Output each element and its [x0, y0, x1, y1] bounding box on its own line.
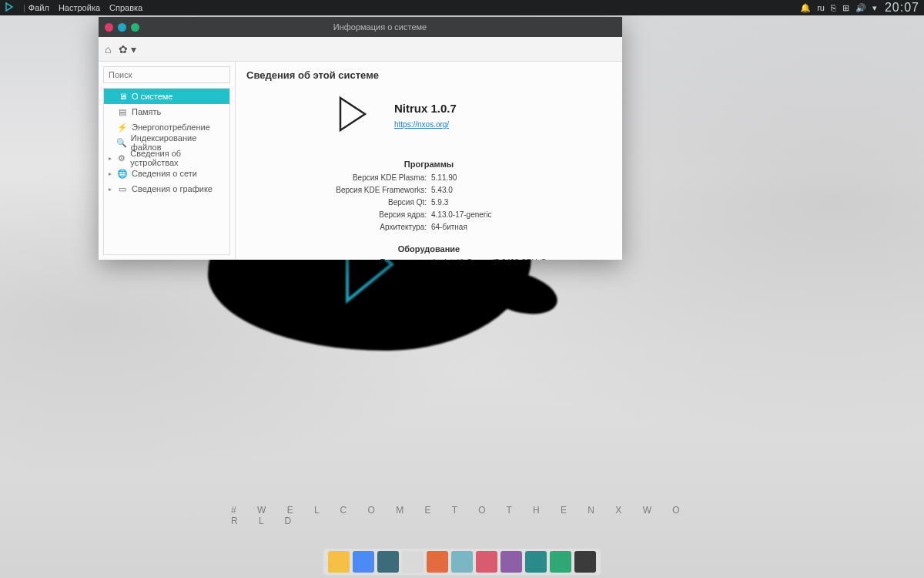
dock-item-chromium[interactable] — [353, 551, 374, 573]
monitor-icon: 🖥 — [116, 92, 129, 101]
content-heading: Сведения об этой системе — [246, 69, 611, 81]
window-close-button[interactable] — [105, 23, 113, 32]
sidebar-item-battery[interactable]: ⚡Энергопотребление — [104, 119, 229, 135]
battery-icon: ⚡ — [116, 123, 129, 133]
sidebar-item-label: Сведения об устройствах — [130, 149, 225, 167]
info-key: Архитектура: — [296, 221, 427, 234]
sidebar-item-label: Сведения о сети — [132, 169, 197, 178]
display-icon: ▭ — [116, 184, 129, 194]
tray-expand-icon[interactable]: ▾ — [872, 3, 877, 13]
separator: | — [23, 3, 25, 12]
network-icon: 🌐 — [116, 169, 129, 179]
os-name: Nitrux 1.0.7 — [394, 102, 457, 115]
sidebar-item-label: Энергопотребление — [132, 123, 210, 132]
desktop: | Файл Настройка Справка 🔔 ru ⎘ ⊞ 🔊 ▾ 20… — [0, 0, 924, 578]
dock-item-files[interactable] — [328, 551, 350, 573]
menu-file[interactable]: Файл — [28, 3, 49, 12]
info-value: 4.13.0-17-generic — [431, 209, 562, 221]
sidebar-item-label: Память — [132, 107, 161, 116]
toolbar-config-icon[interactable]: ✿ ▾ — [119, 43, 136, 55]
sidebar-item-monitor[interactable]: 🖥О системе — [104, 89, 229, 104]
content-pane: Сведения об этой системе Nitrux 1.0.7 ht… — [236, 62, 622, 260]
search-container — [103, 66, 230, 83]
wallpaper-tagline: # W E L C O M E T O T H E N X W O R L D — [231, 505, 693, 526]
os-url-link[interactable]: https://nxos.org/ — [394, 120, 449, 129]
dock-item-video[interactable] — [574, 551, 596, 573]
window-title: Информация о системе — [144, 22, 616, 32]
index-icon: 🔍 — [116, 138, 128, 148]
info-value: 5.43.0 — [431, 184, 562, 197]
info-key: Версия KDE Frameworks: — [296, 184, 427, 197]
sidebar-list: 🖥О системе▤Память⚡Энергопотребление🔍Инде… — [103, 88, 230, 255]
info-row: Версия Qt:5.9.3 — [246, 197, 611, 209]
info-value: 4 × Intel® Core™ i5-2400 CPU @ 3.10ГГц — [431, 257, 562, 260]
toolbar: ⌂ ✿ ▾ — [99, 37, 622, 62]
hardware-heading: Оборудование — [246, 244, 611, 254]
sidebar-item-device[interactable]: ▸⚙Сведения об устройствах — [104, 150, 229, 166]
sidebar-item-label: О системе — [132, 92, 172, 101]
memory-icon: ▤ — [116, 107, 129, 117]
clipboard-icon[interactable]: ⎘ — [831, 3, 836, 12]
sidebar-item-display[interactable]: ▸▭Сведения о графике — [104, 181, 229, 197]
os-logo-icon — [331, 93, 373, 138]
info-value: 5.11.90 — [431, 172, 562, 184]
dock — [323, 549, 601, 575]
top-panel: | Файл Настройка Справка 🔔 ru ⎘ ⊞ 🔊 ▾ 20… — [0, 0, 924, 15]
menu-help[interactable]: Справка — [109, 3, 142, 12]
chevron-right-icon: ▸ — [109, 170, 116, 177]
sidebar-item-memory[interactable]: ▤Память — [104, 104, 229, 119]
info-row: Процессоры:4 × Intel® Core™ i5-2400 CPU … — [246, 257, 611, 260]
dock-item-text[interactable] — [550, 551, 571, 573]
network-icon[interactable]: ⊞ — [842, 3, 849, 13]
info-row: Версия KDE Frameworks:5.43.0 — [246, 184, 611, 197]
info-key: Процессоры: — [296, 257, 427, 260]
info-row: Версия ядра:4.13.0-17-generic — [246, 209, 611, 221]
keyboard-layout[interactable]: ru — [817, 3, 825, 12]
programs-heading: Программы — [246, 160, 611, 169]
search-input[interactable] — [104, 67, 229, 82]
dock-item-terminal[interactable] — [377, 551, 399, 573]
info-key: Версия Qt: — [296, 197, 427, 209]
sidebar-item-label: Сведения о графике — [132, 184, 213, 193]
info-key: Версия KDE Plasma: — [296, 172, 427, 184]
device-icon: ⚙ — [116, 153, 127, 163]
dock-item-settings[interactable] — [525, 551, 547, 573]
toolbar-home-icon[interactable]: ⌂ — [105, 43, 111, 55]
clock[interactable]: 20:07 — [885, 1, 919, 15]
menu-settings[interactable]: Настройка — [59, 3, 100, 12]
info-value: 5.9.3 — [431, 197, 562, 209]
info-value: 64-битная — [431, 221, 562, 234]
sidebar: 🖥О системе▤Память⚡Энергопотребление🔍Инде… — [99, 62, 236, 260]
sidebar-item-index[interactable]: 🔍Индексирование файлов — [104, 135, 229, 150]
dock-item-software[interactable] — [476, 551, 497, 573]
volume-icon[interactable]: 🔊 — [855, 3, 866, 13]
chevron-right-icon: ▸ — [109, 186, 116, 193]
dock-item-index[interactable] — [451, 551, 473, 573]
info-row: Архитектура:64-битная — [246, 221, 611, 234]
dock-item-editor[interactable] — [427, 551, 448, 573]
dock-item-audio[interactable] — [500, 551, 522, 573]
info-row: Версия KDE Plasma:5.11.90 — [246, 172, 611, 184]
window-minimize-button[interactable] — [118, 23, 126, 32]
system-info-window: Информация о системе ⌂ ✿ ▾ 🖥О системе▤Па… — [99, 17, 622, 260]
info-key: Версия ядра: — [296, 209, 427, 221]
titlebar[interactable]: Информация о системе — [99, 17, 622, 37]
notification-icon[interactable]: 🔔 — [800, 3, 811, 13]
chevron-right-icon: ▸ — [109, 155, 116, 162]
sidebar-item-network[interactable]: ▸🌐Сведения о сети — [104, 166, 229, 181]
window-maximize-button[interactable] — [131, 23, 139, 32]
dock-item-calendar[interactable] — [402, 551, 424, 573]
app-menu-logo[interactable] — [5, 2, 14, 13]
